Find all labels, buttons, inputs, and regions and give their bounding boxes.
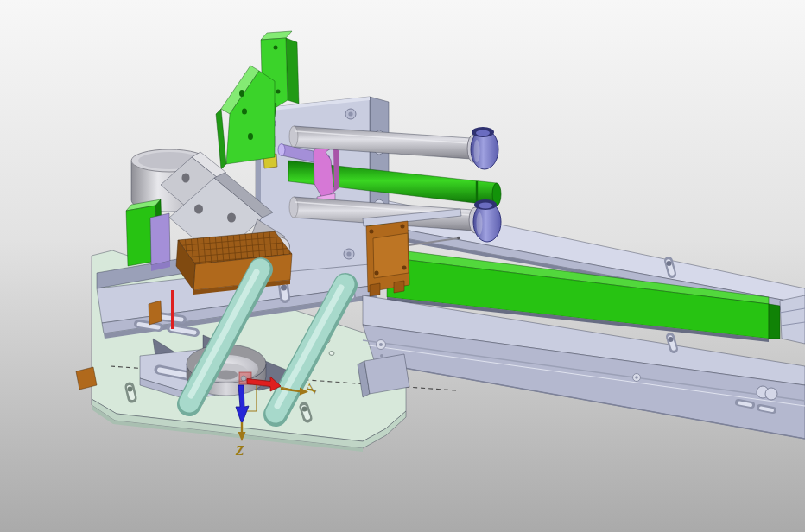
z-axis-label: Z bbox=[235, 443, 244, 458]
brush-block[interactable] bbox=[176, 231, 292, 294]
rail-end-bracket[interactable] bbox=[780, 295, 805, 344]
cad-viewport[interactable]: Y Z bbox=[0, 0, 805, 532]
base-plate-slot bbox=[302, 407, 308, 419]
base-plate-hole bbox=[329, 352, 334, 356]
lilac-block[interactable] bbox=[150, 213, 170, 271]
direction-indicator-line bbox=[171, 290, 174, 329]
back-rail-slot bbox=[667, 261, 673, 274]
assembly-scene[interactable]: Y Z bbox=[0, 0, 805, 532]
base-plate-slot bbox=[128, 387, 133, 399]
